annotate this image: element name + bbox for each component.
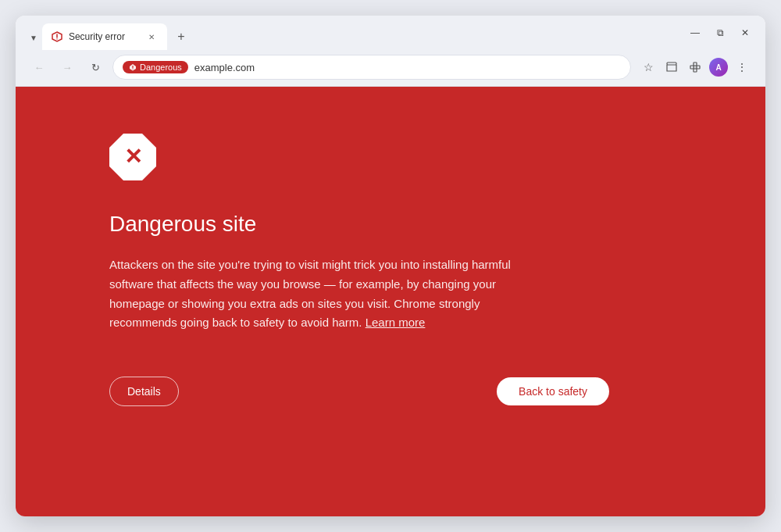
new-tab-button[interactable]: +: [170, 26, 192, 48]
tab-title: Security error: [69, 31, 139, 42]
error-description-text: Attackers on the site you're trying to v…: [109, 258, 511, 329]
title-bar: ▼ Security error ✕ + — ⧉ ✕: [16, 16, 765, 50]
download-icon: [665, 61, 678, 73]
learn-more-link[interactable]: Learn more: [366, 316, 426, 329]
error-page: ✕ Dangerous site Attackers on the site y…: [16, 87, 765, 516]
svg-rect-6: [667, 62, 676, 65]
back-to-safety-button[interactable]: Back to safety: [497, 377, 609, 405]
url-text: example.com: [194, 62, 621, 73]
back-button[interactable]: ←: [28, 56, 50, 78]
url-bar[interactable]: Dangerous example.com: [112, 55, 631, 80]
dangerous-badge-label: Dangerous: [140, 62, 182, 72]
profile-button[interactable]: A: [708, 56, 729, 78]
button-row: Details Back to safety: [109, 377, 609, 406]
bookmark-button[interactable]: ☆: [637, 56, 659, 78]
tab-favicon: [52, 31, 62, 42]
minimize-button[interactable]: —: [684, 22, 706, 44]
browser-window: ▼ Security error ✕ + — ⧉ ✕ ←: [16, 16, 765, 516]
tab-selector[interactable]: ▼: [25, 25, 42, 50]
svg-point-5: [133, 69, 134, 70]
details-button[interactable]: Details: [109, 377, 179, 406]
extensions-button[interactable]: [684, 56, 706, 78]
toolbar-icons: ☆ A ⋮: [637, 56, 753, 78]
warning-icon: [129, 63, 137, 71]
menu-button[interactable]: ⋮: [731, 56, 753, 78]
tab-selector-arrow: ▼: [30, 34, 37, 42]
svg-rect-11: [694, 66, 697, 69]
error-description: Attackers on the site you're trying to v…: [109, 255, 523, 333]
forward-button[interactable]: →: [56, 56, 78, 78]
window-controls: — ⧉ ✕: [684, 22, 756, 50]
svg-point-2: [56, 38, 57, 39]
dangerous-badge: Dangerous: [123, 61, 188, 73]
error-icon: ✕: [109, 134, 156, 180]
maximize-button[interactable]: ⧉: [709, 22, 731, 44]
tab-group: ▼ Security error ✕ +: [25, 23, 192, 50]
address-bar: ← → ↻ Dangerous example.com ☆: [16, 50, 765, 87]
tab-close-button[interactable]: ✕: [145, 30, 158, 43]
error-x-icon: ✕: [124, 146, 142, 168]
profile-avatar: A: [709, 58, 728, 77]
error-title: Dangerous site: [109, 212, 256, 237]
active-tab[interactable]: Security error ✕: [42, 23, 167, 50]
extensions-icon: [689, 61, 701, 73]
download-button[interactable]: [661, 56, 683, 78]
reload-button[interactable]: ↻: [84, 56, 106, 78]
close-button[interactable]: ✕: [734, 22, 756, 44]
